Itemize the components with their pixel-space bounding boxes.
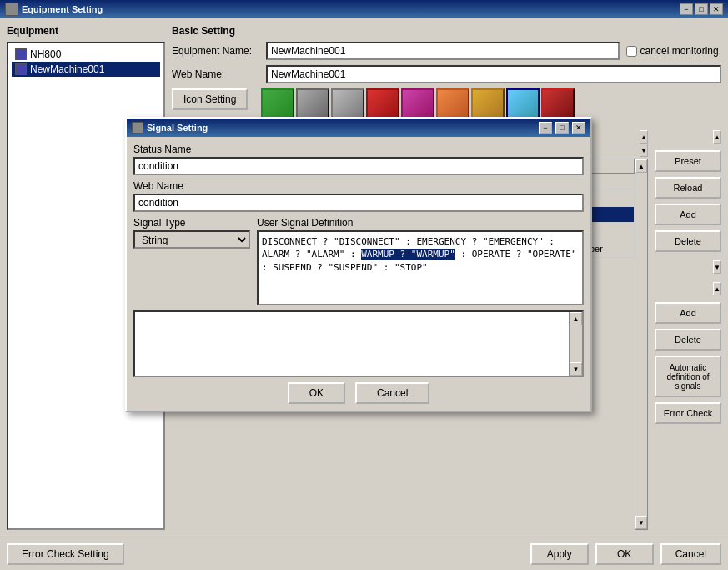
add1-button[interactable]: Add [655, 204, 721, 225]
reload-button[interactable]: Reload [655, 177, 721, 199]
delete1-button[interactable]: Delete [655, 230, 721, 252]
dialog-icon [132, 122, 143, 134]
dialog-action-row: OK Cancel [133, 382, 584, 404]
tree-label-nh800: NH800 [30, 48, 61, 60]
tree-icon-newmachine001 [15, 63, 27, 75]
signal-def-section: User Signal Definition DISCONNECT ? "DIS… [257, 217, 584, 305]
minimize-button[interactable]: − [680, 3, 693, 15]
dialog-ok-button[interactable]: OK [288, 382, 345, 404]
equipment-name-input[interactable] [266, 42, 620, 60]
bottom-bar: Error Check Setting Apply OK Cancel [0, 537, 728, 570]
error-check-button[interactable]: Error Check [655, 402, 721, 424]
window-title: Equipment Setting [22, 4, 680, 14]
dialog-title: Signal Setting [147, 123, 535, 133]
sidebar-scroll-up2[interactable]: ▲ [713, 282, 721, 295]
status-name-label: Status Name [133, 144, 584, 155]
error-check-setting-button[interactable]: Error Check Setting [7, 543, 124, 565]
textarea-scroll-thumb [570, 325, 582, 362]
bottom-textarea[interactable] [135, 312, 582, 376]
dialog-title-bar: Signal Setting − □ ✕ [127, 119, 590, 137]
web-name-label: Web Name: [172, 68, 259, 80]
textarea-scroll-up[interactable]: ▲ [570, 312, 582, 325]
equipment-label: Equipment [7, 25, 165, 37]
dialog-close-btn[interactable]: ✕ [572, 122, 585, 134]
sidebar-scroll-up[interactable]: ▲ [713, 130, 721, 144]
cancel-monitoring-row: cancel monitoring. [626, 45, 721, 57]
bottom-left: Error Check Setting [7, 543, 524, 565]
textarea-scrollbar: ▲ ▼ [569, 312, 582, 376]
title-bar: Equipment Setting − □ ✕ [0, 0, 728, 18]
apply-button[interactable]: Apply [530, 543, 589, 565]
sidebar-buttons: ▲ Preset Reload Add Delete ▼ ▲ Add Delet… [655, 130, 721, 530]
dialog-maximize-btn[interactable]: □ [555, 122, 569, 134]
dialog-minimize-btn[interactable]: − [539, 122, 552, 134]
scrollbar-thumb[interactable] [635, 173, 647, 516]
status-name-input[interactable] [133, 157, 584, 175]
cancel-button[interactable]: Cancel [660, 543, 721, 565]
tree-icon-nh800 [15, 48, 27, 60]
scrollbar-up[interactable]: ▲ [635, 159, 647, 173]
tree-label-newmachine001: NewMachine001 [30, 63, 104, 75]
web-name-input[interactable] [266, 65, 721, 83]
table-scrollbar[interactable]: ▲ ▼ [635, 159, 648, 530]
close-button[interactable]: ✕ [710, 3, 723, 15]
web-name-row: Web Name: [172, 65, 721, 83]
signal-type-select[interactable]: String [133, 230, 250, 249]
signal-def-display: DISCONNECT ? "DISCONNECT" : EMERGENCY ? … [257, 230, 584, 305]
equipment-name-row: Equipment Name: cancel monitoring. [172, 42, 721, 60]
tree-item-newmachine001[interactable]: NewMachine001 [12, 62, 160, 77]
basic-setting-section: Basic Setting Equipment Name: cancel mon… [172, 25, 721, 122]
warmup-highlight: WARMUP ? "WARMUP" [361, 249, 455, 260]
scroll-up-top[interactable]: ▲ [640, 130, 648, 144]
sidebar-scroll-down[interactable]: ▼ [713, 260, 721, 274]
scrollbar-down[interactable]: ▼ [635, 516, 647, 529]
signal-row: Signal Type String User Signal Definitio… [133, 217, 584, 305]
title-bar-controls: − □ ✕ [680, 3, 723, 15]
dialog-content: Status Name Web Name Signal Type String … [127, 137, 590, 411]
delete2-button[interactable]: Delete [655, 329, 721, 351]
basic-setting-label: Basic Setting [172, 25, 721, 37]
ok-button[interactable]: OK [595, 543, 654, 565]
dialog-cancel-button[interactable]: Cancel [355, 382, 429, 404]
textarea-scroll-down[interactable]: ▼ [570, 362, 582, 376]
add2-button[interactable]: Add [655, 302, 721, 324]
signal-type-section: Signal Type String [133, 217, 250, 305]
preset-button[interactable]: Preset [655, 150, 721, 172]
bottom-right: Apply OK Cancel [530, 543, 721, 565]
bottom-textarea-container: ▲ ▼ [133, 310, 584, 377]
equipment-name-label: Equipment Name: [172, 45, 259, 57]
signal-type-label: Signal Type [133, 217, 250, 229]
user-signal-def-label: User Signal Definition [257, 217, 584, 229]
app-icon [5, 3, 18, 16]
cancel-monitoring-label: cancel monitoring. [640, 45, 721, 57]
maximize-button[interactable]: □ [695, 3, 708, 15]
auto-define-button[interactable]: Automatic definition of signals [655, 356, 721, 397]
dialog-web-name-input[interactable] [133, 194, 584, 212]
cancel-monitoring-checkbox[interactable] [626, 46, 637, 57]
icon-setting-button[interactable]: Icon Setting [172, 88, 248, 110]
tree-item-nh800[interactable]: NH800 [12, 47, 160, 62]
signal-setting-dialog: Signal Setting − □ ✕ Status Name Web Nam… [125, 117, 592, 412]
dialog-web-name-label: Web Name [133, 180, 584, 192]
scroll-down-top[interactable]: ▼ [640, 144, 648, 157]
